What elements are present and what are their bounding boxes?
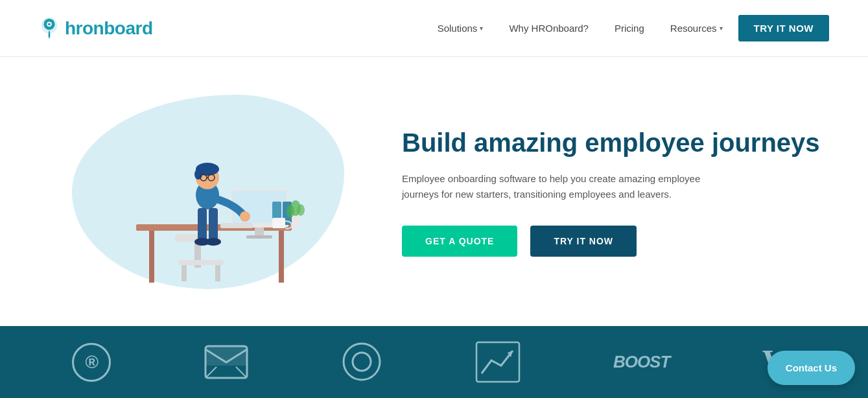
hero-title: Build amazing employee journeys	[402, 127, 829, 158]
chevron-down-icon: ▾	[480, 25, 483, 32]
svg-line-38	[236, 367, 247, 378]
contact-us-button[interactable]: Contact Us	[768, 351, 855, 385]
header: hronboard Solutions ▾ Why HROnboard? Pri…	[0, 0, 868, 57]
logo-text: hronboard	[65, 18, 153, 39]
logo-icon	[39, 16, 60, 41]
svg-point-40	[353, 353, 371, 371]
nav-why-hronboard[interactable]: Why HROnboard?	[499, 18, 599, 39]
svg-line-37	[205, 367, 217, 378]
partner-vodafone	[341, 341, 383, 383]
svg-rect-9	[178, 260, 224, 265]
svg-rect-6	[279, 231, 284, 283]
partner-registered: ®	[72, 343, 111, 382]
nav-try-btn[interactable]: TRY IT NOW	[738, 15, 830, 41]
svg-rect-41	[476, 342, 519, 382]
svg-point-22	[287, 205, 294, 218]
svg-rect-31	[198, 208, 207, 240]
svg-point-30	[240, 211, 250, 222]
svg-rect-19	[272, 218, 285, 228]
svg-rect-18	[220, 223, 253, 228]
hero-illustration	[0, 57, 389, 326]
hero-content: Build amazing employee journeys Employee…	[389, 101, 868, 283]
svg-rect-10	[182, 265, 187, 281]
nav-pricing[interactable]: Pricing	[604, 18, 655, 39]
nav-resources[interactable]: Resources ▾	[660, 18, 733, 39]
partner-chart	[475, 341, 521, 383]
hero-description: Employee onboarding software to help you…	[402, 171, 713, 202]
svg-rect-11	[215, 265, 220, 281]
partner-band: ® BOOST W	[0, 326, 868, 398]
desk-illustration	[71, 95, 318, 289]
partner-envelope-logo	[204, 344, 249, 380]
svg-rect-32	[209, 208, 218, 240]
partner-boost: BOOST	[613, 352, 670, 372]
hero-section: Build amazing employee journeys Employee…	[0, 57, 868, 326]
svg-rect-14	[255, 228, 264, 235]
chevron-down-icon-resources: ▾	[720, 25, 723, 32]
svg-rect-15	[246, 235, 272, 239]
svg-point-3	[48, 23, 51, 25]
svg-point-34	[205, 238, 221, 246]
hero-buttons: GET A QUOTE TRY IT NOW	[402, 226, 829, 257]
get-quote-button[interactable]: GET A QUOTE	[402, 226, 517, 257]
svg-point-27	[194, 169, 202, 180]
try-now-button[interactable]: TRY IT NOW	[530, 226, 637, 257]
svg-rect-5	[149, 231, 154, 283]
main-nav: Solutions ▾ Why HROnboard? Pricing Resou…	[427, 15, 829, 41]
logo[interactable]: hronboard	[39, 16, 153, 41]
nav-solutions[interactable]: Solutions ▾	[427, 18, 494, 39]
svg-point-39	[344, 344, 380, 380]
svg-point-23	[297, 204, 305, 216]
